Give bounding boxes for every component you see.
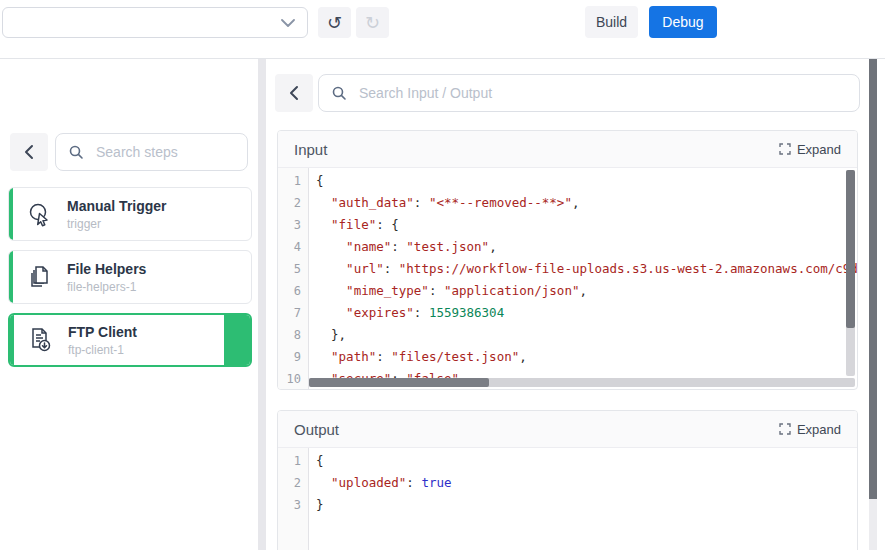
line-number: 2 [278, 192, 308, 214]
steps-search-input[interactable] [94, 143, 235, 161]
chevron-left-icon [289, 85, 299, 101]
step-text: Manual Triggertrigger [67, 198, 167, 231]
page-vertical-scrollbar-thumb[interactable] [869, 59, 877, 499]
ftp-client-icon [26, 326, 54, 354]
code-line: 4 "name": "test.json", [278, 236, 857, 258]
step-item-ftp-client[interactable]: FTP Clientftp-client-1 [8, 313, 252, 367]
line-number: 9 [278, 346, 308, 368]
input-vertical-scrollbar[interactable] [846, 170, 855, 376]
input-horizontal-scrollbar-thumb[interactable] [309, 378, 489, 387]
chevron-down-icon [281, 19, 295, 27]
steps-list: Manual TriggertriggerFile Helpersfile-he… [8, 187, 252, 376]
page-vertical-scrollbar[interactable] [869, 59, 877, 550]
undo-button[interactable]: ↺ [318, 7, 351, 38]
step-accent-stripe [9, 251, 13, 303]
line-number: 3 [278, 214, 308, 236]
code-line: 1{ [278, 170, 857, 192]
line-number: 4 [278, 236, 308, 258]
code-line: 5 "url": "https://workflow-file-uploads.… [278, 258, 857, 280]
line-number: 7 [278, 302, 308, 324]
input-horizontal-scrollbar[interactable] [309, 378, 855, 387]
steps-search-box [55, 133, 248, 171]
step-title: Manual Trigger [67, 198, 167, 214]
output-section: Output Expand 1{2 "uploaded": true3} [277, 410, 858, 550]
output-section-header: Output Expand [278, 411, 857, 448]
panel-divider [258, 59, 266, 550]
line-number: 1 [278, 450, 308, 472]
line-number: 1 [278, 170, 308, 192]
step-selected-indicator [224, 315, 250, 365]
io-search-input[interactable] [357, 84, 847, 102]
step-item-file-helpers[interactable]: File Helpersfile-helpers-1 [8, 250, 252, 304]
line-number: 10 [278, 368, 308, 390]
step-title: FTP Client [68, 324, 137, 340]
collapse-io-panel-button[interactable] [275, 74, 313, 112]
build-button[interactable]: Build [585, 6, 638, 38]
input-expand-button[interactable]: Expand [779, 142, 841, 157]
io-search-box [318, 74, 860, 112]
undo-icon: ↺ [327, 14, 342, 32]
output-expand-button[interactable]: Expand [779, 422, 841, 437]
step-accent-stripe [9, 188, 13, 240]
steps-sidebar: Manual TriggertriggerFile Helpersfile-he… [0, 59, 258, 550]
collapse-steps-panel-button[interactable] [10, 133, 48, 171]
output-section-title: Output [294, 421, 339, 438]
code-line: 2 "auth_data": "<**--removed--**>", [278, 192, 857, 214]
line-number: 2 [278, 472, 308, 494]
step-subtitle: ftp-client-1 [68, 343, 137, 357]
search-icon [68, 144, 84, 160]
code-text: "mime_type": "application/json", [308, 280, 587, 302]
code-line: 1{ [278, 450, 857, 472]
input-section-title: Input [294, 141, 327, 158]
code-text: "name": "test.json", [308, 236, 497, 258]
code-text: "expires": 1559386304 [308, 302, 504, 324]
input-code: 1{2 "auth_data": "<**--removed--**>",3 "… [278, 168, 857, 390]
workflow-select[interactable] [2, 7, 308, 38]
step-subtitle: trigger [67, 217, 167, 231]
code-line: 7 "expires": 1559386304 [278, 302, 857, 324]
output-expand-label: Expand [797, 422, 841, 437]
code-line: 6 "mime_type": "application/json", [278, 280, 857, 302]
file-helpers-icon [25, 263, 53, 291]
code-text: "path": "files/test.json", [308, 346, 527, 368]
input-vertical-scrollbar-thumb[interactable] [846, 170, 855, 328]
chevron-left-icon [24, 144, 34, 160]
line-number: 3 [278, 494, 308, 516]
code-text: "file": { [308, 214, 399, 236]
top-toolbar: ↺ ↻ Build Debug [0, 0, 885, 59]
code-text: "url": "https://workflow-file-uploads.s3… [308, 258, 858, 280]
code-line: 9 "path": "files/test.json", [278, 346, 857, 368]
step-text: FTP Clientftp-client-1 [68, 324, 137, 357]
search-icon [331, 85, 347, 101]
output-code: 1{2 "uploaded": true3} [278, 448, 857, 516]
line-number: 5 [278, 258, 308, 280]
code-line: 2 "uploaded": true [278, 472, 857, 494]
step-text: File Helpersfile-helpers-1 [67, 261, 146, 294]
code-text: }, [308, 324, 346, 346]
manual-trigger-icon [25, 200, 53, 228]
code-line: 3 "file": { [278, 214, 857, 236]
code-text: } [308, 494, 324, 516]
code-line: 8 }, [278, 324, 857, 346]
code-text: "uploaded": true [308, 472, 452, 494]
step-title: File Helpers [67, 261, 146, 277]
line-number: 8 [278, 324, 308, 346]
code-text: { [308, 450, 324, 472]
input-section: Input Expand 1{2 "auth_data": "<**--remo… [277, 130, 858, 390]
input-expand-label: Expand [797, 142, 841, 157]
debug-button[interactable]: Debug [649, 6, 717, 38]
expand-icon [779, 143, 791, 155]
code-text: "auth_data": "<**--removed--**>", [308, 192, 579, 214]
output-code-area: 1{2 "uploaded": true3} [278, 448, 857, 550]
step-item-manual-trigger[interactable]: Manual Triggertrigger [8, 187, 252, 241]
line-number: 6 [278, 280, 308, 302]
expand-icon [779, 423, 791, 435]
code-text: { [308, 170, 324, 192]
step-subtitle: file-helpers-1 [67, 280, 146, 294]
redo-icon: ↻ [365, 14, 380, 32]
code-line: 3} [278, 494, 857, 516]
input-code-area: 1{2 "auth_data": "<**--removed--**>",3 "… [278, 168, 857, 389]
input-section-header: Input Expand [278, 131, 857, 168]
step-accent-stripe [10, 315, 14, 365]
redo-button[interactable]: ↻ [356, 7, 389, 38]
